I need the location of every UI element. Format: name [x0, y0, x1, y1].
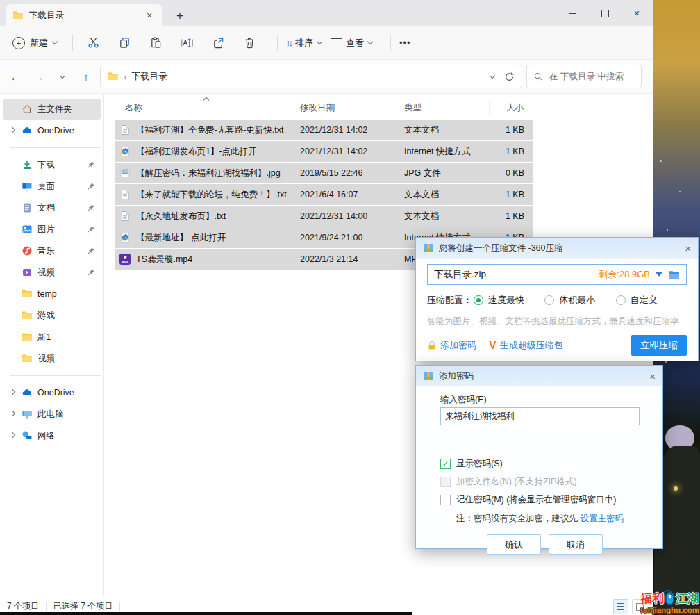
recent-locations-button[interactable] [53, 67, 72, 86]
column-header-date[interactable]: 修改日期 [290, 101, 394, 115]
column-header-name[interactable]: 名称 [115, 101, 290, 115]
sidebar-item-documents[interactable]: 文档 [3, 197, 101, 218]
file-date: 2019/5/15 22:46 [290, 163, 394, 183]
archive-name-field[interactable]: 下载目录.zip 剩余:28.9GB [427, 264, 687, 285]
column-header-size[interactable]: 大小 [490, 101, 531, 115]
explorer-tab[interactable]: 下载目录 × [6, 4, 162, 26]
new-button[interactable]: + 新建 [12, 37, 57, 49]
sidebar-item-folder-temp[interactable]: temp [3, 284, 101, 304]
add-password-link[interactable]: 添加密码 [427, 339, 476, 352]
sidebar-item-onedrive-tree[interactable]: OneDrive [3, 382, 101, 403]
tab-close-icon[interactable]: × [143, 9, 156, 22]
browse-folder-icon[interactable] [668, 269, 680, 281]
documents-icon [22, 202, 33, 213]
expand-chevron-icon[interactable] [8, 130, 17, 132]
address-bar[interactable]: › 下载目录 [100, 65, 522, 88]
sidebar-item-home[interactable]: 主文件夹 [3, 99, 101, 120]
sidebar-item-onedrive[interactable]: OneDrive [3, 120, 101, 141]
sidebar-item-label: 此电脑 [38, 409, 64, 420]
table-row[interactable]: 【福利江湖】全免费-无套路-更新快.txt 2021/12/31 14:02 文… [115, 120, 533, 140]
breadcrumb-chevron: › [124, 72, 126, 82]
new-tab-button[interactable]: + [176, 10, 183, 22]
checkbox-label: 记住密码(M) (将会显示在管理密码窗口中) [456, 494, 617, 506]
table-row[interactable]: 【来了就能下载的论坛，纯免费！】.txt 2021/6/4 16:07 文本文档… [115, 184, 533, 205]
column-headers: 名称 修改日期 类型 大小 [115, 98, 653, 117]
sidebar-item-folder-new1[interactable]: 新1 [3, 327, 101, 347]
view-button[interactable]: 查看 [331, 37, 372, 49]
set-master-password-link[interactable]: 设置主密码 [580, 514, 624, 523]
sidebar-item-this-pc[interactable]: 此电脑 [3, 404, 101, 425]
file-date: 2021/12/31 14:02 [290, 120, 394, 140]
share-button[interactable] [206, 31, 230, 55]
refresh-button[interactable] [504, 72, 515, 82]
file-type: 文本文档 [394, 206, 490, 227]
details-view-toggle[interactable] [613, 599, 628, 614]
close-button[interactable]: × [621, 0, 653, 26]
super-package-link[interactable]: V 生成超级压缩包 [489, 339, 563, 352]
password-input[interactable] [440, 407, 640, 425]
cancel-button[interactable]: 取消 [549, 534, 603, 555]
minimize-button[interactable] [557, 0, 589, 26]
remember-password-option[interactable]: 记住密码(M) (将会显示在管理密码窗口中) [440, 494, 651, 506]
command-toolbar: + 新建 ↑↓ 排序 查看 [0, 26, 653, 60]
radio-fastest[interactable]: 速度最快 [474, 294, 544, 306]
close-icon[interactable]: × [649, 371, 656, 382]
tab-bar: 下载目录 × + × [0, 0, 653, 26]
maximize-button[interactable] [589, 0, 621, 26]
sidebar-item-music[interactable]: 音乐 [3, 240, 101, 261]
wallpaper-glow [674, 486, 678, 491]
sidebar-item-videos[interactable]: 视频 [3, 262, 101, 283]
up-button[interactable]: ↑ [76, 67, 96, 86]
cut-icon [87, 36, 100, 49]
sidebar-item-pictures[interactable]: 图片 [3, 219, 101, 240]
column-header-type[interactable]: 类型 [394, 101, 490, 115]
radio-custom[interactable]: 自定义 [616, 294, 687, 306]
forward-button[interactable]: → [29, 67, 49, 86]
folder-icon [22, 288, 33, 300]
encrypt-filenames-option[interactable]: 加密文件名(N) (不支持ZIP格式) [440, 476, 651, 488]
sort-button[interactable]: ↑↓ 排序 [286, 37, 322, 49]
sidebar-item-desktop[interactable]: 桌面 [3, 176, 101, 197]
password-dialog-titlebar[interactable]: 添加密码 × [416, 366, 662, 386]
search-input[interactable] [548, 71, 635, 82]
breadcrumb-path[interactable]: 下载目录 [131, 70, 167, 83]
table-row[interactable]: 【福利江湖发布页1】-点此打开 2021/12/31 14:02 Interne… [115, 141, 533, 162]
radio-smallest[interactable]: 体积最小 [544, 294, 615, 306]
rename-button[interactable] [175, 31, 199, 55]
expand-chevron-icon[interactable] [8, 435, 17, 437]
search-box[interactable] [526, 65, 642, 88]
compress-dialog-titlebar[interactable]: 您将创建一个压缩文件 -360压缩 × [416, 238, 698, 259]
show-password-option[interactable]: ✓ 显示密码(S) [440, 458, 651, 470]
sidebar-item-network[interactable]: 网络 [3, 425, 101, 446]
items-count: 7 个项目 [7, 600, 39, 612]
paste-icon [149, 36, 162, 49]
confirm-button[interactable]: 确认 [487, 534, 541, 555]
expand-chevron-icon[interactable] [8, 413, 17, 416]
expand-chevron-icon[interactable] [8, 392, 17, 394]
table-row[interactable]: 【永久地址发布页】.txt 2021/12/31 14:00 文本文档 1 KB [115, 206, 533, 227]
pin-icon [87, 268, 95, 277]
back-button[interactable]: ← [6, 67, 25, 86]
more-options-button[interactable]: ••• [399, 38, 411, 48]
zip-file-icon [423, 243, 434, 254]
sidebar-item-downloads[interactable]: 下载 [3, 154, 101, 175]
sidebar-item-folder-videos[interactable]: 视频 [3, 348, 101, 369]
sidebar-item-label: 下载 [38, 159, 55, 171]
view-button-label: 查看 [346, 37, 364, 49]
paste-button[interactable] [144, 31, 167, 55]
cut-button[interactable] [81, 31, 105, 55]
videos-icon [22, 267, 33, 278]
rename-icon [181, 36, 194, 49]
copy-button[interactable] [112, 31, 136, 55]
chevron-down-icon[interactable] [656, 272, 662, 277]
refresh-icon [504, 72, 515, 82]
desktop-icon [22, 181, 33, 192]
table-row[interactable]: 【解压密码：来福利江湖找福利】.jpg 2019/5/15 22:46 JPG … [115, 163, 533, 183]
compress-now-button[interactable]: 立即压缩 [631, 335, 687, 356]
delete-button[interactable] [238, 31, 261, 55]
archive-filename[interactable]: 下载目录.zip [434, 268, 486, 281]
address-dropdown-icon[interactable] [490, 72, 495, 78]
password-dialog-buttons: 确认 取消 [487, 534, 651, 555]
close-icon[interactable]: × [685, 243, 691, 254]
sidebar-item-folder-games[interactable]: 游戏 [3, 305, 101, 326]
